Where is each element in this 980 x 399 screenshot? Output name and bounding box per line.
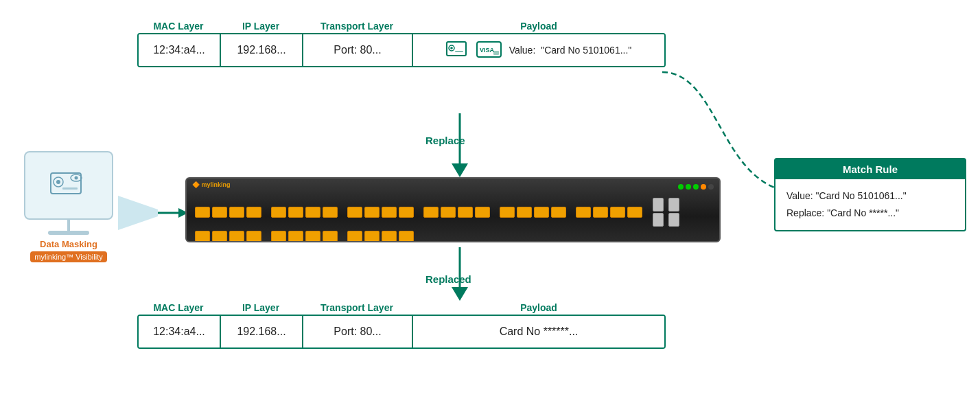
port-sfp-8: [323, 207, 338, 218]
data-masking-label: Data Masking: [21, 239, 117, 249]
port-sfp-2: [212, 207, 227, 218]
port-sfp-4: [246, 207, 261, 218]
port-sfp-10: [364, 207, 380, 218]
port-sfp-23: [610, 207, 625, 218]
port-sfp-12: [399, 207, 414, 218]
bottom-header-ip: IP Layer: [220, 302, 302, 313]
match-rule-header: Match Rule: [775, 159, 965, 179]
bottom-cell-ip: 192.168...: [221, 316, 303, 347]
svg-rect-20: [493, 51, 499, 55]
bottom-cell-mac: 12:34:a4...: [139, 316, 221, 347]
top-cell-ip: 192.168...: [221, 34, 303, 66]
port-b-10: [364, 231, 380, 242]
port-sfp-13: [423, 207, 439, 218]
bottom-header-transport: Transport Layer: [302, 302, 412, 313]
svg-point-12: [74, 176, 78, 180]
port-b-6: [288, 231, 303, 242]
bottom-cell-transport: Port: 80...: [303, 316, 413, 347]
network-switch: 🔶 mylinking: [185, 177, 734, 246]
led-green-2: [686, 184, 691, 190]
port-sfp-5: [271, 207, 286, 218]
top-payload-value: Value: "Card No 5101061...": [509, 45, 632, 56]
top-header-transport: Transport Layer: [302, 21, 412, 32]
port-b-1: [195, 231, 210, 242]
port-sfp-24: [627, 207, 642, 218]
port-b-3: [229, 231, 244, 242]
svg-rect-14: [447, 42, 466, 56]
replaced-label: Replaced: [425, 273, 471, 285]
led-off: [708, 184, 714, 190]
replace-label: Replace: [425, 135, 465, 146]
port-b-2: [212, 231, 227, 242]
top-packet-headers: MAC Layer IP Layer Transport Layer Paylo…: [137, 21, 666, 32]
monitor-stand: [67, 220, 70, 231]
svg-marker-2: [452, 163, 468, 177]
port-b-8: [323, 231, 338, 242]
port-sfp-14: [441, 207, 456, 218]
port-sfp-17: [500, 207, 515, 218]
mylinking-label: mylinking™ Visibility: [30, 251, 106, 262]
monitor-box: [24, 151, 113, 220]
led-orange: [701, 184, 706, 190]
svg-rect-17: [455, 51, 463, 52]
switch-body: 🔶 mylinking: [185, 177, 721, 242]
port-sfp-9: [347, 207, 362, 218]
port-b-5: [271, 231, 286, 242]
port-b-7: [305, 231, 320, 242]
port-sfp-7: [305, 207, 320, 218]
top-cell-payload: VISA Value: "Card No 5101061...": [413, 34, 664, 66]
match-rule-replace-line: Replace: "Card No *****...": [786, 205, 954, 222]
card-icon: [50, 172, 88, 198]
payload-card-icon: [446, 41, 471, 59]
top-cell-transport: Port: 80...: [303, 34, 413, 66]
left-device: Data Masking mylinking™ Visibility: [21, 151, 117, 262]
top-packet-box: MAC Layer IP Layer Transport Layer Paylo…: [137, 21, 666, 67]
port-sfp-19: [534, 207, 549, 218]
top-cell-mac: 12:34:a4...: [139, 34, 221, 66]
svg-rect-13: [62, 187, 78, 190]
switch-leds: [678, 184, 714, 190]
port-b-9: [347, 231, 362, 242]
svg-marker-4: [452, 287, 468, 301]
port-sfp-21: [576, 207, 591, 218]
diagram-container: Data Masking mylinking™ Visibility MAC L…: [0, 0, 980, 399]
led-green-1: [678, 184, 684, 190]
bottom-header-payload: Payload: [412, 302, 666, 313]
match-rule-value-line: Value: "Card No 5101061...": [786, 187, 954, 205]
port-sfp-3: [229, 207, 244, 218]
switch-ports-bottom: [187, 229, 719, 242]
svg-marker-5: [118, 196, 158, 230]
port-b-11: [382, 231, 397, 242]
port-sfp-11: [382, 207, 397, 218]
port-b-12: [399, 231, 414, 242]
monitor-base: [48, 231, 89, 235]
bottom-cell-payload: Card No ******...: [413, 316, 664, 347]
bottom-packet-row: 12:34:a4... 192.168... Port: 80... Card …: [137, 315, 666, 349]
svg-rect-8: [51, 173, 81, 194]
top-payload-value-label: Value:: [509, 45, 536, 56]
port-sfp-1: [195, 207, 210, 218]
switch-logo: 🔶 mylinking: [192, 181, 231, 188]
top-header-payload: Payload: [412, 21, 666, 32]
port-sfp-22: [593, 207, 608, 218]
port-sfp-6: [288, 207, 303, 218]
switch-ports-top: [187, 192, 719, 229]
bottom-packet-headers: MAC Layer IP Layer Transport Layer Paylo…: [137, 302, 666, 313]
top-header-mac: MAC Layer: [137, 21, 220, 32]
led-green-3: [693, 184, 699, 190]
bottom-packet-box: MAC Layer IP Layer Transport Layer Paylo…: [137, 302, 666, 349]
top-packet-row: 12:34:a4... 192.168... Port: 80... VISA …: [137, 33, 666, 67]
top-payload-value-text: "Card No 5101061...": [541, 45, 631, 56]
payload-visa-icon: VISA: [476, 41, 504, 59]
port-sfp-20: [551, 207, 566, 218]
port-sfp-16: [475, 207, 490, 218]
svg-point-16: [450, 47, 453, 49]
svg-text:VISA: VISA: [480, 47, 495, 54]
top-header-ip: IP Layer: [220, 21, 302, 32]
port-sfp-15: [458, 207, 473, 218]
port-b-4: [246, 231, 261, 242]
match-rule-body: Value: "Card No 5101061..." Replace: "Ca…: [775, 179, 965, 230]
svg-point-10: [56, 180, 60, 184]
port-sfp-18: [517, 207, 532, 218]
match-rule-box: Match Rule Value: "Card No 5101061..." R…: [774, 158, 966, 231]
